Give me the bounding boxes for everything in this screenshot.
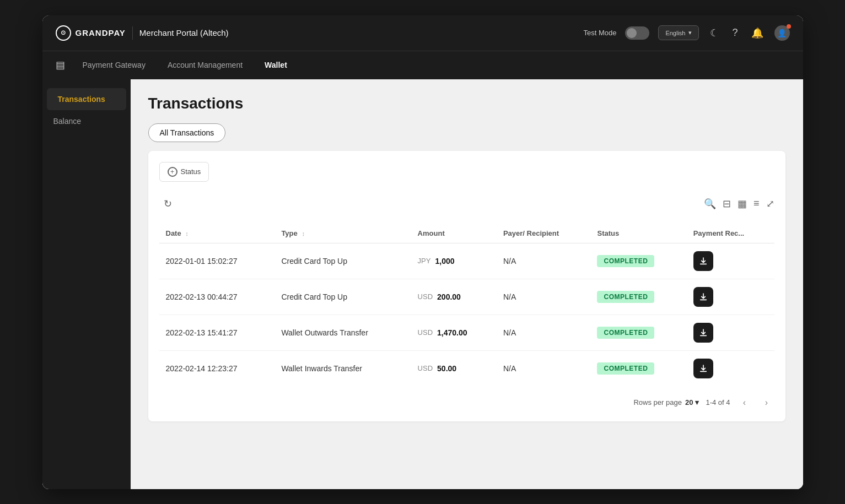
- table-row: 2022-02-13 00:44:27 Credit Card Top Up U…: [159, 279, 774, 315]
- cell-download-3: [687, 350, 774, 386]
- cell-amount-value-0: 1,000: [435, 257, 454, 265]
- filter-row: + Status: [159, 162, 774, 182]
- col-date-label: Date: [166, 229, 181, 237]
- tab-all-transactions[interactable]: All Transactions: [148, 123, 226, 142]
- rows-per-page: Rows per page 20 ▾: [633, 398, 699, 407]
- download-button-2[interactable]: [693, 323, 713, 343]
- cell-date-0: 2022-01-01 15:02:27: [159, 243, 275, 279]
- status-filter-label: Status: [181, 167, 201, 176]
- cell-payer-1: N/A: [497, 279, 591, 315]
- cell-type-2: Wallet Outwards Transfer: [275, 315, 411, 350]
- cell-status-2: COMPLETED: [590, 315, 686, 350]
- status-badge-3: COMPLETED: [597, 362, 654, 375]
- cell-amount-3: USD 50.00: [411, 350, 497, 386]
- col-header-date: Date ↕: [159, 224, 275, 243]
- cell-payer-3: N/A: [497, 350, 591, 386]
- refresh-icon: ↻: [164, 198, 172, 210]
- cell-download-0: [687, 243, 774, 279]
- expand-icon[interactable]: ⤢: [766, 198, 774, 210]
- header-right: Test Mode English ▾ ☾ ? 🔔 👤: [583, 25, 789, 41]
- cell-amount-value-2: 1,470.00: [437, 328, 467, 337]
- page-info: 1-4 of 4: [706, 398, 730, 407]
- logo-text: GRANDPAY: [76, 28, 126, 37]
- cell-status-3: COMPLETED: [590, 350, 686, 386]
- download-button-3[interactable]: [693, 359, 713, 378]
- cell-payer-2: N/A: [497, 315, 591, 350]
- dark-mode-icon[interactable]: ☾: [708, 25, 721, 41]
- notification-badge: [787, 24, 791, 29]
- nav-item-payment-gateway[interactable]: Payment Gateway: [74, 56, 154, 74]
- nav-toggle-icon[interactable]: ▤: [56, 59, 65, 71]
- plus-circle-icon: +: [168, 167, 177, 177]
- download-button-0[interactable]: [693, 251, 713, 271]
- col-payer-label: Payer/ Recipient: [503, 229, 559, 237]
- cell-amount-1: USD 200.00: [411, 279, 497, 315]
- test-mode-label: Test Mode: [583, 29, 616, 37]
- user-icon-symbol: 👤: [777, 29, 787, 37]
- col-header-amount: Amount: [411, 224, 497, 243]
- status-badge-0: COMPLETED: [597, 255, 654, 267]
- columns-icon[interactable]: ▦: [738, 198, 747, 210]
- transactions-table: Date ↕ Type ↕ Amount Payer/ Re: [159, 224, 774, 386]
- cell-type-1: Credit Card Top Up: [275, 279, 411, 315]
- page-title: Transactions: [148, 95, 785, 112]
- test-mode-toggle[interactable]: [625, 26, 649, 40]
- col-payment-rec-label: Payment Rec...: [693, 229, 745, 237]
- table-row: 2022-02-14 12:23:27 Wallet Inwards Trans…: [159, 350, 774, 386]
- col-amount-label: Amount: [418, 229, 445, 237]
- cell-amount-2: USD 1,470.00: [411, 315, 497, 350]
- user-avatar[interactable]: 👤: [774, 25, 790, 41]
- language-label: English: [665, 30, 685, 36]
- rows-per-page-chevron: ▾: [695, 398, 699, 407]
- header-left: ⊙ GRANDPAY Merchant Portal (Altech): [56, 25, 229, 41]
- list-icon[interactable]: ≡: [753, 198, 760, 209]
- refresh-button[interactable]: ↻: [159, 195, 177, 213]
- cell-status-0: COMPLETED: [590, 243, 686, 279]
- cell-currency-1: USD: [418, 292, 433, 301]
- status-badge-2: COMPLETED: [597, 327, 654, 339]
- toolbar-left: ↻: [159, 195, 177, 213]
- sort-icon-date[interactable]: ↕: [185, 230, 189, 237]
- cell-amount-value-3: 50.00: [437, 364, 456, 373]
- cell-currency-0: JPY: [418, 257, 431, 265]
- status-filter-button[interactable]: + Status: [159, 162, 209, 182]
- sort-icon-type[interactable]: ↕: [302, 230, 305, 237]
- table-card: + Status ↻ 🔍 ⊟ ▦ ≡: [148, 151, 785, 421]
- col-status-label: Status: [597, 229, 619, 237]
- nav-item-account-management[interactable]: Account Management: [159, 56, 251, 74]
- col-header-status: Status: [590, 224, 686, 243]
- top-header: ⊙ GRANDPAY Merchant Portal (Altech) Test…: [42, 15, 803, 51]
- tabs-row: All Transactions: [148, 123, 785, 142]
- next-page-button[interactable]: ›: [759, 395, 774, 410]
- help-icon[interactable]: ?: [730, 25, 740, 41]
- cell-type-0: Credit Card Top Up: [275, 243, 411, 279]
- prev-page-button[interactable]: ‹: [737, 395, 752, 410]
- logo-icon: ⊙: [56, 25, 71, 41]
- col-header-type: Type ↕: [275, 224, 411, 243]
- download-button-1[interactable]: [693, 287, 713, 307]
- rows-per-page-select[interactable]: 20 ▾: [685, 398, 699, 407]
- sidebar: Transactions Balance: [42, 79, 131, 489]
- cell-date-3: 2022-02-14 12:23:27: [159, 350, 275, 386]
- cell-amount-0: JPY 1,000: [411, 243, 497, 279]
- sidebar-item-transactions[interactable]: Transactions: [47, 88, 126, 110]
- logo-area: ⊙ GRANDPAY: [56, 25, 126, 41]
- chevron-down-icon: ▾: [688, 29, 692, 36]
- filter-icon[interactable]: ⊟: [723, 198, 731, 210]
- cell-date-2: 2022-02-13 15:41:27: [159, 315, 275, 350]
- table-header-row: Date ↕ Type ↕ Amount Payer/ Re: [159, 224, 774, 243]
- search-icon[interactable]: 🔍: [704, 198, 716, 210]
- rows-per-page-value: 20: [685, 398, 693, 407]
- cell-currency-2: USD: [418, 328, 433, 337]
- rows-per-page-label: Rows per page: [633, 398, 681, 407]
- cell-download-1: [687, 279, 774, 315]
- nav-item-wallet[interactable]: Wallet: [256, 56, 296, 74]
- sidebar-item-balance[interactable]: Balance: [42, 110, 131, 132]
- portal-title: Merchant Portal (Altech): [139, 28, 229, 37]
- language-selector[interactable]: English ▾: [658, 25, 699, 40]
- notifications-icon[interactable]: 🔔: [749, 25, 766, 41]
- page-content: Transactions All Transactions + Status: [131, 79, 803, 489]
- cell-currency-3: USD: [418, 364, 433, 372]
- cell-date-1: 2022-02-13 00:44:27: [159, 279, 275, 315]
- cell-download-2: [687, 315, 774, 350]
